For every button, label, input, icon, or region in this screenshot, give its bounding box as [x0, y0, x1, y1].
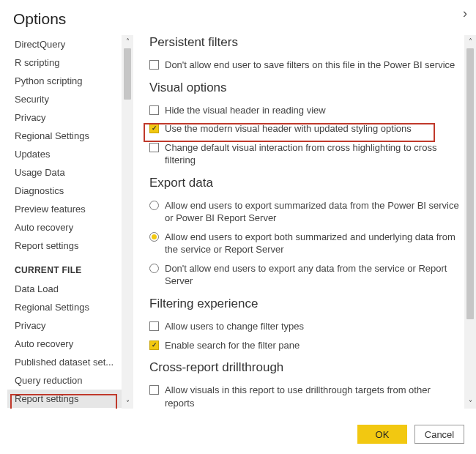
checkbox[interactable] — [149, 143, 159, 152]
nav-label: Updates — [15, 149, 50, 160]
option-label: Use the modern visual header with update… — [165, 122, 463, 135]
option-label: Hide the visual header in reading view — [165, 104, 463, 117]
nav-label: Report settings — [15, 393, 78, 404]
option-row[interactable]: Allow end users to export both summarize… — [149, 228, 463, 259]
nav-label: Usage Data — [15, 167, 65, 178]
nav-label: Auto recovery — [15, 338, 73, 349]
sidebar-item-privacy-file[interactable]: Privacy — [7, 316, 124, 335]
nav-label: Python scripting — [15, 75, 83, 86]
sidebar-item-python-scripting[interactable]: Python scripting — [7, 72, 124, 90]
sidebar-item-report-settings-file[interactable]: Report settings — [7, 390, 124, 408]
option-row[interactable]: Allow visuals in this report to use dril… — [149, 381, 463, 409]
option-row[interactable]: Change default visual interaction from c… — [149, 138, 463, 170]
option-label: Allow end users to export summarized dat… — [165, 199, 463, 225]
scroll-up-icon[interactable]: ˄ — [464, 35, 476, 47]
sidebar-item-data-load[interactable]: Data Load — [7, 280, 124, 298]
cancel-button[interactable]: Cancel — [414, 425, 464, 444]
dialog-footer: OK Cancel — [357, 425, 464, 444]
radio[interactable] — [149, 201, 159, 210]
nav-label: Regional Settings — [15, 302, 89, 313]
option-label: Enable search for the filter pane — [165, 339, 463, 352]
sidebar-item-preview-features[interactable]: Preview features — [7, 200, 124, 218]
sidebar-item-directquery[interactable]: DirectQuery — [7, 35, 124, 53]
sidebar-item-auto-recovery[interactable]: Auto recovery — [7, 218, 124, 237]
option-row[interactable]: Hide the visual header in reading view — [149, 101, 463, 120]
nav-label: Auto recovery — [15, 222, 73, 233]
nav-label: Preview features — [15, 204, 86, 215]
nav-label: Published dataset set... — [15, 357, 114, 368]
sidebar-item-report-settings-global[interactable]: Report settings — [7, 237, 124, 255]
sidebar-item-r-scripting[interactable]: R scripting — [7, 53, 124, 72]
option-row[interactable]: Enable search for the filter pane — [149, 336, 463, 355]
scroll-down-icon[interactable]: ˅ — [464, 397, 476, 409]
sidebar-heading-current-file: CURRENT FILE — [7, 255, 124, 280]
checkbox[interactable] — [149, 105, 159, 115]
radio-checked[interactable] — [149, 232, 159, 242]
section-visual-options: Visual options — [149, 81, 463, 95]
option-row[interactable]: Allow users to change filter types — [149, 317, 463, 336]
nav-label: DirectQuery — [15, 39, 65, 50]
button-label: Cancel — [425, 429, 454, 440]
checkbox[interactable] — [149, 321, 159, 331]
checkbox[interactable] — [149, 60, 159, 70]
dialog-title: Options — [0, 0, 476, 35]
section-filtering-experience: Filtering experience — [149, 297, 463, 311]
nav-label: Data Load — [15, 283, 59, 294]
content-scrollbar[interactable]: ˄ ˅ — [464, 35, 476, 409]
sidebar-item-auto-recovery-file[interactable]: Auto recovery — [7, 335, 124, 353]
option-label: Allow end users to export both summarize… — [165, 231, 463, 256]
option-label: Don't allow end users to export any data… — [165, 262, 463, 288]
sidebar: DirectQuery R scripting Python scripting… — [7, 35, 133, 409]
sidebar-scrollbar[interactable]: ˄ ˅ — [122, 35, 133, 409]
nav-label: Report settings — [15, 240, 78, 251]
sidebar-item-privacy[interactable]: Privacy — [7, 108, 124, 127]
button-label: OK — [376, 429, 390, 440]
option-row-modern-header[interactable]: Use the modern visual header with update… — [149, 119, 463, 138]
option-label: Allow visuals in this report to use dril… — [165, 384, 463, 409]
option-label: Allow users to change filter types — [165, 320, 463, 333]
sidebar-item-regional-settings[interactable]: Regional Settings — [7, 127, 124, 145]
nav-label: Security — [15, 94, 49, 105]
option-row[interactable]: Don't allow end users to export any data… — [149, 259, 463, 291]
sidebar-item-usage-data[interactable]: Usage Data — [7, 163, 124, 182]
content-pane: Persistent filters Don't allow end user … — [133, 35, 476, 409]
section-export-data: Export data — [149, 176, 463, 190]
scrollbar-thumb[interactable] — [466, 48, 474, 319]
ok-button[interactable]: OK — [357, 425, 407, 444]
section-cross-report: Cross-report drillthrough — [149, 360, 463, 375]
sidebar-item-diagnostics[interactable]: Diagnostics — [7, 182, 124, 200]
option-row[interactable]: Don't allow end user to save filters on … — [149, 56, 463, 75]
section-persistent-filters: Persistent filters — [149, 35, 463, 50]
radio[interactable] — [149, 264, 159, 273]
scroll-up-icon[interactable]: ˄ — [122, 35, 133, 47]
nav-label: Regional Settings — [15, 130, 89, 141]
option-label: Don't allow end user to save filters on … — [165, 59, 463, 72]
nav-label: Privacy — [15, 320, 46, 331]
nav-label: Query reduction — [15, 375, 83, 386]
nav-label: R scripting — [15, 57, 59, 68]
option-label: Change default visual interaction from c… — [165, 141, 463, 167]
checkbox[interactable] — [149, 385, 159, 395]
sidebar-item-regional-settings-file[interactable]: Regional Settings — [7, 298, 124, 316]
checkbox-checked[interactable] — [149, 340, 159, 350]
close-chevron-icon[interactable]: › — [463, 6, 467, 21]
scrollbar-thumb[interactable] — [124, 48, 131, 100]
sidebar-item-security[interactable]: Security — [7, 90, 124, 108]
checkbox-checked[interactable] — [149, 124, 159, 133]
nav-label: Privacy — [15, 112, 46, 123]
nav-label: Diagnostics — [15, 185, 64, 196]
sidebar-item-updates[interactable]: Updates — [7, 145, 124, 163]
scroll-down-icon[interactable]: ˅ — [122, 397, 133, 409]
option-row[interactable]: Allow end users to export summarized dat… — [149, 196, 463, 228]
sidebar-item-published-dataset[interactable]: Published dataset set... — [7, 353, 124, 371]
sidebar-item-query-reduction[interactable]: Query reduction — [7, 371, 124, 390]
